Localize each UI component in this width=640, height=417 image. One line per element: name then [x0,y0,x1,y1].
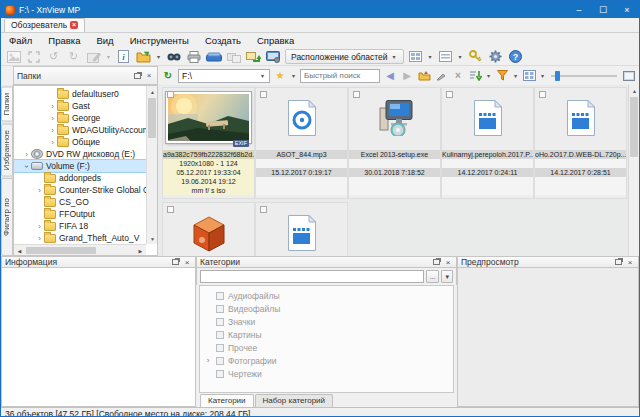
category-row-icons[interactable]: Значки [204,315,453,328]
chevron-down-icon[interactable]: › [22,162,31,171]
tree-item-counter-strike[interactable]: › Counter-Strike Global Of [14,184,146,196]
file-checkbox[interactable] [260,206,267,213]
side-tab-favorites[interactable]: Избранное [1,124,13,177]
tree-vertical-scrollbar[interactable]: ▲ ▼ [146,86,157,244]
open-folder-icon[interactable] [135,49,152,65]
maximize-pane-icon[interactable] [622,69,636,83]
tree-item-volume-f[interactable]: › Volume (F:) [14,160,146,172]
menu-help[interactable]: Справка [249,34,302,47]
close-panel-icon[interactable]: × [443,258,453,267]
back-icon[interactable]: ◀ [383,69,397,83]
capture-icon[interactable] [265,49,282,65]
close-button[interactable]: × [615,1,639,18]
refresh-icon[interactable]: ↻ [161,69,175,83]
file-cell-video[interactable]: oHo.2O17.D.WEB-DL.720p... 14.12.2017 0:2… [534,87,627,199]
maximize-button[interactable]: ☐ [591,1,615,18]
search-binoculars-icon[interactable] [165,49,182,65]
view-mode-dropdown-icon[interactable]: ▾ [539,72,546,79]
scroll-left-icon[interactable]: ◀ [14,245,25,256]
sort-dropdown-icon[interactable]: ▾ [485,72,492,79]
close-panel-icon[interactable]: × [144,71,154,80]
folder-up-icon[interactable] [417,69,431,83]
category-checkbox[interactable] [216,357,224,365]
tree-horizontal-scrollbar[interactable]: ◀ ▶ [14,244,146,255]
float-panel-icon[interactable] [170,258,180,267]
labels-view-icon[interactable] [437,49,454,65]
thumbnail-size-slider[interactable] [549,69,619,83]
side-tab-category-filter[interactable]: Фильтр по категориям [1,178,13,256]
fullscreen-icon[interactable] [25,49,42,65]
help-icon[interactable]: ? [507,49,524,65]
category-checkbox[interactable] [216,305,224,313]
chevron-right-icon[interactable]: › [48,126,57,135]
tree-item-obshchie[interactable]: › Общие [14,136,146,148]
filter-funnel-icon[interactable] [495,69,509,83]
tab-categories[interactable]: Категории [200,394,254,407]
category-row-audio[interactable]: Аудиофайлы [204,289,453,302]
tree-item-wdagutilityaccount[interactable]: › WDAGUtilityAccount [14,124,146,136]
category-filter-input[interactable] [200,270,424,283]
menu-create[interactable]: Создать [197,34,249,47]
close-panel-icon[interactable]: × [182,258,192,267]
plugins-key-icon[interactable] [467,49,484,65]
scrollbar-thumb[interactable] [26,247,96,254]
category-checkbox[interactable] [216,292,224,300]
file-cell-executable[interactable]: Excel 2013-setup.exe 30.01.2018 7:18:52 [348,87,441,199]
scanner-icon[interactable] [205,49,222,65]
chevron-right-icon[interactable]: › [48,102,57,111]
edit-image-dropdown-icon[interactable]: ▾ [105,53,112,60]
thumbnails-view-icon[interactable] [407,49,424,65]
category-more-button[interactable]: ... [426,270,440,283]
side-tab-folders[interactable]: Папки [1,87,13,122]
tab-category-sets[interactable]: Набор категорий [255,394,333,407]
category-row-other[interactable]: Прочее [204,341,453,354]
quick-search-input[interactable] [300,69,380,83]
tree-item-gta-v[interactable]: › Grand_Theft_Auto_V [14,232,146,244]
tree-item-addonpeds[interactable]: addonpeds [14,172,146,184]
tab-close-icon[interactable]: × [70,21,78,29]
category-row-drawings[interactable]: Чертежи [204,367,453,380]
edit-path-icon[interactable] [434,69,448,83]
browser-vertical-scrollbar[interactable]: ▲ [628,85,639,256]
clear-icon[interactable]: × [451,69,465,83]
path-dropdown-icon[interactable]: ▾ [259,72,266,79]
tree-item-cs-go[interactable]: CS_GO [14,196,146,208]
scroll-right-icon[interactable]: ▶ [135,245,146,256]
view-mode-icon[interactable] [522,69,536,83]
favorites-dropdown-icon[interactable]: ▾ [290,72,297,79]
file-cell-video[interactable]: Kulinarnyj.perepoloh.2017.P... 14.12.201… [441,87,534,199]
filter-dropdown-icon[interactable]: ▾ [512,72,519,79]
file-cell-photo[interactable]: EXIF a9a382c759fb222832f68b2d... 1920x10… [162,87,255,199]
chevron-right-icon[interactable]: › [22,150,31,159]
tree-item-ffoutput[interactable]: FFOutput [14,208,146,220]
file-checkbox[interactable] [167,91,174,98]
chevron-right-icon[interactable]: › [204,356,212,365]
category-row-video[interactable]: Видеофайлы [204,302,453,315]
tab-browser[interactable]: Обозреватель × [4,18,85,32]
chevron-right-icon[interactable]: › [35,186,44,195]
tree-item-dvd-drive-e[interactable]: › DVD RW дисковод (E:) [14,148,146,160]
category-checkbox[interactable] [216,370,224,378]
scroll-up-icon[interactable]: ▲ [147,86,158,97]
slider-handle[interactable] [555,71,560,81]
category-checkbox[interactable] [216,344,224,352]
settings-gear-icon[interactable] [487,49,504,65]
chevron-right-icon[interactable]: › [35,234,44,243]
scrollbar-thumb[interactable] [148,98,156,138]
file-checkbox[interactable] [260,91,267,98]
tree-item-george[interactable]: › George [14,112,146,124]
category-row-pictures[interactable]: Картины [204,328,453,341]
convert-icon[interactable] [245,49,262,65]
category-row-photos[interactable]: › Фотографии [204,354,453,367]
file-info-icon[interactable]: i [115,49,132,65]
rotate-left-icon[interactable]: ↺ [45,49,62,65]
category-dropdown-button[interactable]: ▾ [441,270,453,283]
float-panel-icon[interactable] [613,258,623,267]
favorites-star-icon[interactable]: ★ [273,69,287,83]
scroll-down-icon[interactable]: ▼ [147,233,158,244]
menu-tools[interactable]: Инструменты [122,34,197,47]
tree-item-fifa-18[interactable]: › FIFA 18 [14,220,146,232]
chevron-right-icon[interactable]: › [48,114,57,123]
menu-file[interactable]: Файл [1,34,40,47]
edit-image-icon[interactable] [85,49,102,65]
